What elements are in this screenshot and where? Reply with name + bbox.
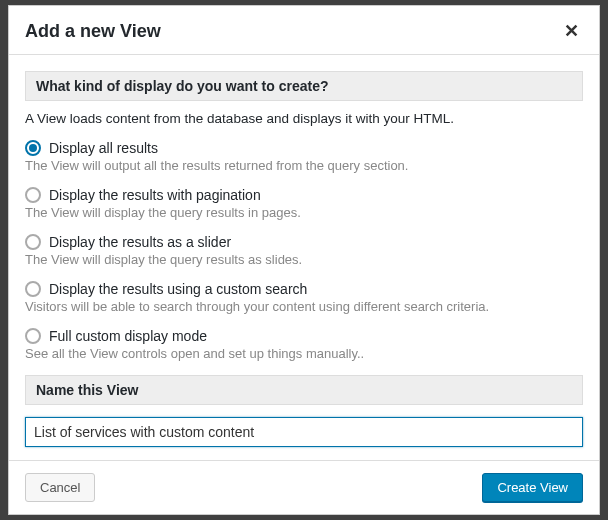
modal-header: Add a new View ✕ [9, 6, 599, 55]
option-display-all: Display all results The View will output… [25, 140, 583, 173]
option-desc: The View will output all the results ret… [25, 158, 583, 173]
radio-custom-search[interactable] [25, 281, 41, 297]
close-icon[interactable]: ✕ [560, 20, 583, 42]
option-slider: Display the results as a slider The View… [25, 234, 583, 267]
display-kind-heading: What kind of display do you want to crea… [25, 71, 583, 101]
radio-pagination[interactable] [25, 187, 41, 203]
option-custom-search: Display the results using a custom searc… [25, 281, 583, 314]
cancel-button[interactable]: Cancel [25, 473, 95, 502]
option-desc: The View will display the query results … [25, 252, 583, 267]
option-desc: The View will display the query results … [25, 205, 583, 220]
option-desc: See all the View controls open and set u… [25, 346, 583, 361]
modal-title: Add a new View [25, 21, 161, 42]
intro-text: A View loads content from the database a… [25, 111, 583, 126]
radio-slider[interactable] [25, 234, 41, 250]
modal-body: What kind of display do you want to crea… [9, 55, 599, 460]
name-view-heading: Name this View [25, 375, 583, 405]
option-label[interactable]: Display the results with pagination [49, 187, 261, 203]
add-view-modal: Add a new View ✕ What kind of display do… [8, 5, 600, 515]
view-name-input[interactable] [25, 417, 583, 447]
option-pagination: Display the results with pagination The … [25, 187, 583, 220]
option-full-custom: Full custom display mode See all the Vie… [25, 328, 583, 361]
option-label[interactable]: Display the results using a custom searc… [49, 281, 307, 297]
radio-display-all[interactable] [25, 140, 41, 156]
radio-full-custom[interactable] [25, 328, 41, 344]
option-label[interactable]: Full custom display mode [49, 328, 207, 344]
create-view-button[interactable]: Create View [482, 473, 583, 502]
modal-footer: Cancel Create View [9, 460, 599, 514]
display-options-group: Display all results The View will output… [25, 140, 583, 361]
option-label[interactable]: Display the results as a slider [49, 234, 231, 250]
option-desc: Visitors will be able to search through … [25, 299, 583, 314]
option-label[interactable]: Display all results [49, 140, 158, 156]
